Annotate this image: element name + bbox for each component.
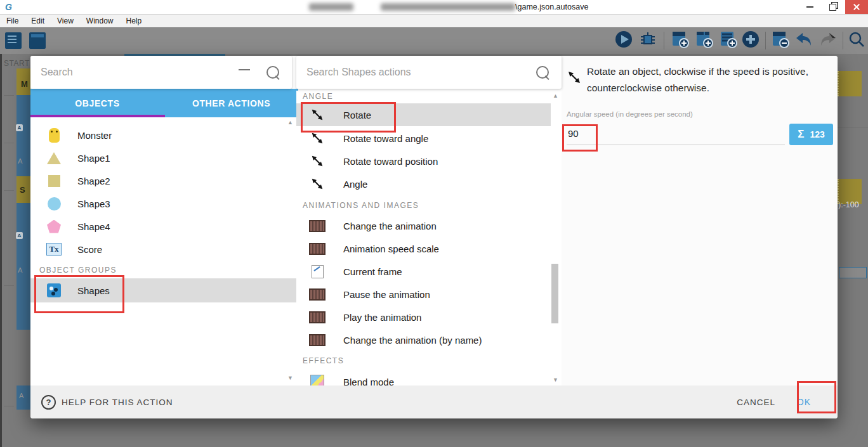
filter-icon[interactable] bbox=[239, 68, 250, 77]
toolbar bbox=[0, 27, 868, 54]
group-name: Shapes bbox=[77, 285, 110, 296]
rotate-icon bbox=[309, 131, 326, 145]
window-title: \game.json.autosave bbox=[515, 3, 588, 11]
expression-button-label: 123 bbox=[810, 129, 824, 139]
search-toolbar-icon[interactable] bbox=[848, 30, 865, 51]
title-bar: G \game.json.autosave bbox=[0, 0, 868, 15]
circle-icon bbox=[46, 197, 62, 211]
restore-button[interactable] bbox=[821, 0, 844, 14]
background-divider bbox=[838, 127, 868, 127]
minimize-button[interactable] bbox=[798, 0, 821, 14]
preview-play-icon[interactable] bbox=[614, 30, 633, 51]
section-header-effects: EFFECTS bbox=[303, 356, 344, 365]
object-name: Shape1 bbox=[77, 153, 110, 164]
action-search-box[interactable]: Search Shapes actions bbox=[296, 56, 562, 89]
angular-speed-input[interactable] bbox=[567, 122, 785, 145]
delete-event-icon[interactable] bbox=[770, 29, 791, 52]
object-row-monster[interactable]: Monster bbox=[30, 124, 296, 146]
object-row-shape3[interactable]: Shape3 bbox=[30, 192, 296, 215]
project-manager-icon[interactable] bbox=[5, 32, 22, 49]
action-row-rotate[interactable]: Rotate bbox=[296, 103, 551, 126]
action-row-current-frame[interactable]: Current frame bbox=[296, 260, 551, 283]
menu-help[interactable]: Help bbox=[120, 16, 148, 25]
scroll-down-icon[interactable]: ▼ bbox=[553, 377, 558, 383]
filmstrip-icon bbox=[309, 220, 326, 232]
add-event-icon[interactable] bbox=[670, 29, 690, 52]
action-description: Rotate an object, clockwise if the speed… bbox=[587, 63, 834, 96]
redo-icon[interactable] bbox=[819, 30, 838, 51]
action-row-change-animation[interactable]: Change the animation bbox=[296, 214, 551, 237]
scroll-up-icon[interactable]: ▲ bbox=[287, 119, 293, 126]
scene-editor-icon[interactable] bbox=[29, 32, 46, 49]
search-icon[interactable] bbox=[266, 66, 279, 79]
help-icon[interactable]: ? bbox=[41, 395, 56, 410]
action-label: Rotate toward angle bbox=[343, 133, 428, 144]
rotate-icon bbox=[309, 177, 326, 191]
menu-edit[interactable]: Edit bbox=[25, 16, 51, 25]
section-header-angle: ANGLE bbox=[303, 92, 333, 101]
object-row-shape4[interactable]: Shape4 bbox=[30, 215, 296, 238]
redacted-title-text bbox=[309, 3, 353, 11]
action-label: Current frame bbox=[343, 266, 402, 277]
action-list: ANGLE Rotate Rotate toward angle Rotate … bbox=[296, 91, 562, 385]
scrollbar-thumb[interactable] bbox=[551, 264, 558, 323]
background-event-letter: M bbox=[21, 79, 28, 89]
tab-other-actions[interactable]: OTHER ACTIONS bbox=[164, 89, 298, 117]
object-group-icon bbox=[46, 283, 62, 297]
action-row-blend-mode[interactable]: Blend mode bbox=[296, 370, 551, 385]
action-label: Change the animation (by name) bbox=[343, 335, 482, 346]
action-row-angle[interactable]: Angle bbox=[296, 172, 551, 195]
action-row-rotate-toward-position[interactable]: Rotate toward position bbox=[296, 150, 551, 172]
menu-view[interactable]: View bbox=[51, 16, 80, 25]
group-row-shapes[interactable]: Shapes bbox=[30, 278, 296, 302]
menu-file[interactable]: File bbox=[0, 16, 25, 25]
action-label: Rotate toward position bbox=[343, 156, 438, 167]
redacted-title-path bbox=[381, 3, 515, 11]
action-label: Blend mode bbox=[343, 377, 394, 386]
search-icon[interactable] bbox=[536, 66, 549, 79]
action-row-animation-speed-scale[interactable]: Animation speed scale bbox=[296, 237, 551, 260]
filmstrip-icon bbox=[309, 311, 326, 323]
add-icon[interactable] bbox=[741, 30, 760, 51]
action-row-play-animation[interactable]: Play the animation bbox=[296, 306, 551, 328]
object-name: Monster bbox=[77, 130, 112, 141]
menu-window[interactable]: Window bbox=[80, 16, 120, 25]
background-connector bbox=[4, 190, 14, 191]
object-row-score[interactable]: Score bbox=[30, 238, 296, 261]
rotate-icon bbox=[567, 70, 582, 87]
action-row-pause-animation[interactable]: Pause the animation bbox=[296, 283, 551, 306]
help-link[interactable]: HELP FOR THIS ACTION bbox=[62, 398, 173, 407]
background-event-header bbox=[838, 71, 862, 96]
object-tabs: OBJECTS OTHER ACTIONS bbox=[30, 89, 298, 117]
scroll-up-icon[interactable]: ▲ bbox=[553, 93, 558, 99]
action-row-change-animation-by-name[interactable]: Change the animation (by name) bbox=[296, 328, 551, 351]
action-label: Play the animation bbox=[343, 312, 421, 323]
object-row-shape2[interactable]: Shape2 bbox=[30, 169, 296, 192]
cancel-button[interactable]: CANCEL bbox=[737, 398, 775, 407]
action-row-rotate-toward-angle[interactable]: Rotate toward angle bbox=[296, 127, 551, 150]
close-button[interactable] bbox=[845, 0, 868, 14]
square-icon bbox=[46, 175, 62, 187]
object-name: Shape3 bbox=[77, 198, 110, 209]
object-search-box[interactable]: Search bbox=[30, 56, 292, 89]
filmstrip-icon bbox=[309, 288, 326, 301]
triangle-icon bbox=[46, 152, 62, 164]
add-comment-icon[interactable] bbox=[718, 29, 739, 52]
pentagon-icon bbox=[46, 220, 62, 233]
expression-editor-button[interactable]: Σ 123 bbox=[789, 124, 833, 145]
blend-mode-icon bbox=[309, 375, 326, 385]
debugger-icon[interactable] bbox=[638, 30, 657, 51]
tab-objects[interactable]: OBJECTS bbox=[30, 89, 164, 117]
object-row-shape1[interactable]: Shape1 bbox=[30, 146, 296, 169]
background-connector bbox=[4, 285, 14, 286]
rotate-icon bbox=[309, 108, 326, 122]
undo-icon[interactable] bbox=[794, 30, 813, 51]
add-sub-event-icon[interactable] bbox=[694, 29, 714, 52]
background-add-action-chip: A bbox=[16, 124, 23, 131]
ok-button[interactable]: OK bbox=[797, 397, 811, 407]
background-connector bbox=[4, 143, 14, 143]
filmstrip-icon bbox=[309, 243, 326, 255]
dialog-footer: ? HELP FOR THIS ACTION CANCEL OK bbox=[30, 385, 838, 418]
background-scene-tab: START bbox=[4, 59, 30, 68]
scroll-down-icon[interactable]: ▼ bbox=[287, 375, 293, 381]
